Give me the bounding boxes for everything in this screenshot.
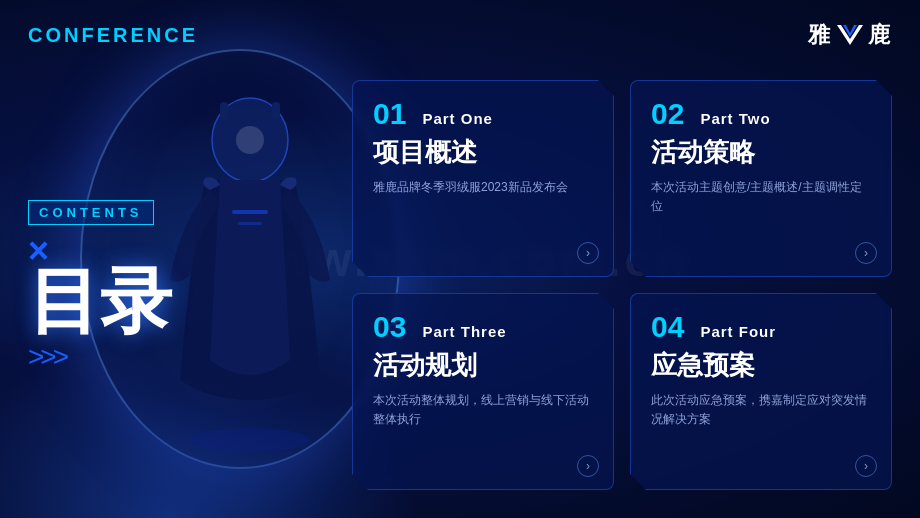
header: CONFERENCE 雅 鹿 (0, 0, 920, 70)
svg-point-10 (190, 428, 310, 452)
card-2-desc: 本次活动主题创意/主题概述/主题调性定位 (651, 178, 871, 216)
logo-v-icon (834, 21, 866, 49)
card-2[interactable]: 02 Part Two 活动策略 本次活动主题创意/主题概述/主题调性定位 › (630, 80, 892, 277)
card-1[interactable]: 01 Part One 项目概述 雅鹿品牌冬季羽绒服2023新品发布会 › (352, 80, 614, 277)
card-1-header: 01 Part One (373, 99, 593, 129)
svg-rect-7 (272, 102, 280, 120)
card-3-desc: 本次活动整体规划，线上营销与线下活动整体执行 (373, 391, 593, 429)
card-4-title: 应急预案 (651, 350, 871, 381)
card-2-arrow[interactable]: › (855, 242, 877, 264)
card-2-part: Part Two (700, 110, 770, 127)
card-1-number: 01 (373, 99, 406, 129)
card-3-title: 活动规划 (373, 350, 593, 381)
logo-left: 雅 (808, 20, 832, 50)
card-3-number: 03 (373, 312, 406, 342)
card-2-header: 02 Part Two (651, 99, 871, 129)
arrows: >>> (28, 341, 172, 373)
contents-label: CONTENTS (28, 200, 154, 225)
logo-right: 鹿 (868, 20, 892, 50)
card-3-arrow[interactable]: › (577, 455, 599, 477)
card-4-arrow[interactable]: › (855, 455, 877, 477)
card-2-number: 02 (651, 99, 684, 129)
card-4[interactable]: 04 Part Four 应急预案 此次活动应急预案，携嘉制定应对突发情况解决方… (630, 293, 892, 490)
svg-point-5 (236, 126, 264, 154)
card-4-part: Part Four (700, 323, 776, 340)
card-1-desc: 雅鹿品牌冬季羽绒服2023新品发布会 (373, 178, 593, 197)
card-3-part: Part Three (422, 323, 506, 340)
card-2-title: 活动策略 (651, 137, 871, 168)
cards-grid: 01 Part One 项目概述 雅鹿品牌冬季羽绒服2023新品发布会 › 02… (352, 80, 892, 490)
svg-rect-9 (238, 222, 262, 225)
conference-label: CONFERENCE (28, 24, 198, 47)
card-4-number: 04 (651, 312, 684, 342)
card-3-header: 03 Part Three (373, 312, 593, 342)
contents-section: CONTENTS × 目录 >>> (28, 200, 172, 373)
svg-rect-8 (232, 210, 268, 214)
robot-silhouette (150, 60, 350, 480)
card-1-arrow[interactable]: › (577, 242, 599, 264)
main-title: 目录 (28, 265, 172, 337)
svg-rect-6 (220, 102, 228, 120)
card-1-part: Part One (422, 110, 493, 127)
card-1-title: 项目概述 (373, 137, 593, 168)
logo: 雅 鹿 (808, 20, 892, 50)
card-4-header: 04 Part Four (651, 312, 871, 342)
card-4-desc: 此次活动应急预案，携嘉制定应对突发情况解决方案 (651, 391, 871, 429)
card-3[interactable]: 03 Part Three 活动规划 本次活动整体规划，线上营销与线下活动整体执… (352, 293, 614, 490)
